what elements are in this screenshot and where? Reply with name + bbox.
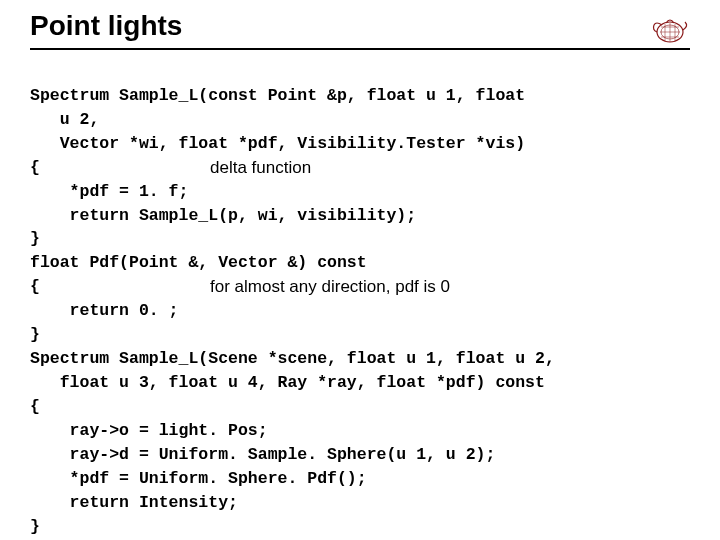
code-line: } <box>30 229 40 248</box>
code-line: { <box>30 277 40 296</box>
code-line: float Pdf(Point &, Vector &) const <box>30 253 367 272</box>
code-line: } <box>30 517 40 536</box>
code-line: ray->d = Uniform. Sample. Sphere(u 1, u … <box>30 445 495 464</box>
slide-title: Point lights <box>30 10 182 42</box>
code-line: return 0. ; <box>30 301 179 320</box>
annotation-delta: delta function <box>210 156 311 181</box>
teapot-logo-icon <box>650 12 690 46</box>
code-line: Vector *wi, float *pdf, Visibility.Teste… <box>30 134 525 153</box>
code-line: Spectrum Sample_L(const Point &p, float … <box>30 86 525 105</box>
code-line: *pdf = Uniform. Sphere. Pdf(); <box>30 469 367 488</box>
code-line: return Intensity; <box>30 493 238 512</box>
header: Point lights <box>30 10 690 50</box>
code-line: Spectrum Sample_L(Scene *scene, float u … <box>30 349 555 368</box>
code-block: Spectrum Sample_L(const Point &p, float … <box>30 60 690 538</box>
code-line: return Sample_L(p, wi, visibility); <box>30 206 416 225</box>
code-line: } <box>30 325 40 344</box>
code-line: *pdf = 1. f; <box>30 182 188 201</box>
code-line: u 2, <box>30 110 99 129</box>
code-line: { <box>30 158 40 177</box>
code-line: { <box>30 397 40 416</box>
code-line: ray->o = light. Pos; <box>30 421 268 440</box>
code-line: float u 3, float u 4, Ray *ray, float *p… <box>30 373 545 392</box>
annotation-pdfzero: for almost any direction, pdf is 0 <box>210 275 450 300</box>
slide: Point lights Spectrum Sample_L(const Poi… <box>0 0 720 540</box>
